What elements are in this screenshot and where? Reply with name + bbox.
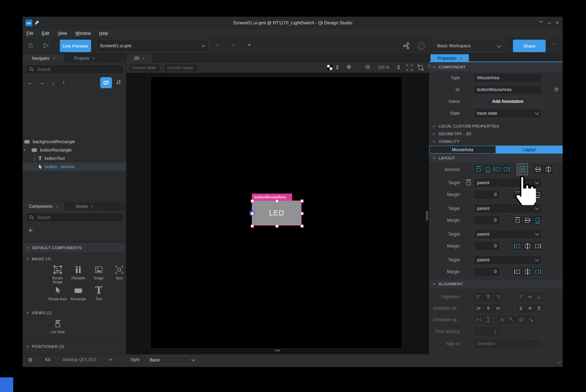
component-rectangle[interactable]: Rectangle [68, 286, 88, 301]
tab-close-icon[interactable]: × [91, 204, 93, 209]
reverse-order-icon[interactable] [115, 79, 122, 85]
navigator-search-input[interactable] [37, 67, 120, 72]
menu-view[interactable]: View [58, 31, 67, 36]
anchor-top-button[interactable] [474, 164, 483, 174]
margin-right-button[interactable] [532, 242, 543, 251]
tab-projects[interactable]: Projects× [64, 54, 104, 62]
tab-layout[interactable]: Layout [496, 146, 563, 154]
distribute-bottom-button[interactable] [534, 304, 543, 313]
tab-mousearea[interactable]: MouseArea [429, 146, 496, 154]
margin-left-button[interactable] [513, 267, 522, 276]
anchor-right-button[interactable] [501, 164, 511, 174]
selected-mouse-area[interactable]: LED [252, 201, 302, 226]
spacing-horizontal-button[interactable] [474, 315, 483, 324]
align-bottom-button[interactable] [534, 292, 543, 301]
zoom-out-icon[interactable]: ⊖ [365, 63, 370, 71]
gear-icon[interactable]: ⚙ [28, 357, 33, 363]
distribute-hcenter-button[interactable] [483, 304, 493, 313]
annotations-icon[interactable] [417, 41, 426, 50]
spacing-topleft-button[interactable] [507, 315, 516, 324]
tree-item-background-rectangle[interactable]: backgroundRectangle [23, 138, 126, 146]
align-top-button[interactable] [517, 292, 525, 301]
menu-edit[interactable]: Edit [42, 31, 49, 36]
canvas-viewport[interactable]: buttonMouseArea LED [126, 73, 429, 354]
margin-hcenter-button[interactable] [522, 267, 532, 276]
toggle-invisible-button[interactable] [100, 77, 112, 88]
margin-input[interactable]: 0 [474, 215, 500, 225]
menu-help[interactable]: Help [99, 31, 108, 36]
state-dropdown[interactable]: base state [474, 108, 542, 118]
component-text[interactable]: T Text [89, 286, 109, 301]
tab-close-icon[interactable]: × [56, 204, 58, 209]
component-list-view[interactable]: List View [48, 319, 68, 334]
tab-close-icon[interactable]: × [53, 56, 55, 60]
menu-window[interactable]: Window [75, 31, 91, 36]
anchor-left-button[interactable] [492, 164, 502, 174]
kit-value[interactable]: Desktop Qt 5.15.5 [63, 357, 96, 362]
component-flickable[interactable]: Flickable [68, 265, 88, 280]
selection-frame-icon[interactable] [417, 64, 424, 71]
margin-input[interactable]: 0 [474, 241, 500, 251]
spacing-none-button[interactable] [498, 315, 507, 324]
share-button[interactable]: Share [513, 40, 546, 52]
components-search[interactable] [26, 213, 124, 222]
resize-handle[interactable] [300, 199, 304, 203]
workspace-dropdown[interactable]: Basic Workspace [434, 40, 504, 52]
add-module-icon[interactable]: + [28, 225, 33, 236]
distribute-top-button[interactable] [517, 304, 525, 313]
navigator-search[interactable] [26, 65, 124, 74]
section-component[interactable]: ▾ COMPONENT [429, 63, 563, 71]
target-dropdown[interactable]: parent [474, 204, 542, 213]
margin-input[interactable]: 0 [474, 190, 500, 199]
background-spinner[interactable] [336, 65, 339, 70]
resize-handle[interactable] [275, 199, 279, 203]
margin-vcenter-button[interactable] [522, 216, 532, 225]
margin-right-button[interactable] [532, 267, 543, 276]
section-visibility[interactable]: ▸ VISIBILITY [429, 138, 563, 145]
section-positioner[interactable]: ▾ POSITIONER (2) [23, 342, 126, 351]
tab-close-icon[interactable]: × [460, 56, 462, 60]
spacing-vertical-button[interactable] [483, 315, 493, 324]
override-width-field[interactable]: Override Width [128, 64, 160, 72]
component-border-image[interactable]: Border Image [48, 265, 68, 284]
move-down-icon[interactable]: ↓ [52, 80, 55, 86]
forward-icon[interactable]: › [232, 40, 235, 49]
component-image[interactable]: Image [89, 265, 109, 280]
tab-assets[interactable]: Assets× [64, 202, 104, 210]
distribute-right-button[interactable] [493, 304, 503, 313]
id-field[interactable]: buttonMouseArea [474, 85, 542, 95]
section-views[interactable]: ▾ VIEWS (1) [23, 309, 126, 317]
resize-handle[interactable] [300, 224, 304, 228]
background-color-icon[interactable] [327, 65, 332, 70]
type-field[interactable]: MouseArea [474, 73, 542, 83]
anchor-fill-button[interactable] [517, 163, 528, 175]
move-left-icon[interactable]: ← [27, 80, 33, 86]
style-dropdown[interactable]: Basic [146, 356, 198, 364]
tab-properties[interactable]: Properties× [431, 54, 469, 62]
tab-navigator[interactable]: Navigator× [23, 54, 64, 62]
margin-hcenter-button[interactable] [522, 242, 532, 251]
resize-grip-icon[interactable] [556, 359, 562, 365]
live-preview-button[interactable]: Live Preview [60, 40, 91, 52]
workspaces-icon[interactable] [403, 42, 410, 50]
section-basic[interactable]: ▾ BASIC (7) [23, 255, 126, 263]
resize-handle[interactable] [275, 224, 279, 228]
align-vcenter-button[interactable] [525, 292, 535, 301]
spacing-center-button[interactable] [516, 315, 526, 324]
run-play-icon[interactable]: ▷ [44, 41, 49, 49]
resize-handle[interactable] [251, 199, 254, 203]
section-layout[interactable]: ▾ LAYOUT [429, 154, 563, 162]
section-alignment[interactable]: ▾ ALIGNMENT [429, 280, 563, 288]
override-height-field[interactable]: Override Height [164, 64, 198, 72]
margin-input[interactable]: 0 [474, 267, 500, 277]
tab-2d[interactable]: 2D× [126, 54, 152, 62]
menu-file[interactable]: File [26, 31, 33, 36]
component-item[interactable]: Item [109, 265, 126, 280]
tree-item-button-mouse-area[interactable]: button...seArea [23, 163, 126, 171]
section-default-components[interactable]: ▾ DEFAULT COMPONENTS [23, 243, 126, 252]
section-local-custom-properties[interactable]: ▸ LOCAL CUSTOM PROPERTIES [429, 122, 563, 130]
spacing-bottomright-button[interactable] [526, 315, 535, 324]
window-close-icon[interactable]: × [556, 19, 559, 25]
align-right-button[interactable] [493, 292, 503, 301]
resize-handle[interactable] [251, 212, 254, 215]
